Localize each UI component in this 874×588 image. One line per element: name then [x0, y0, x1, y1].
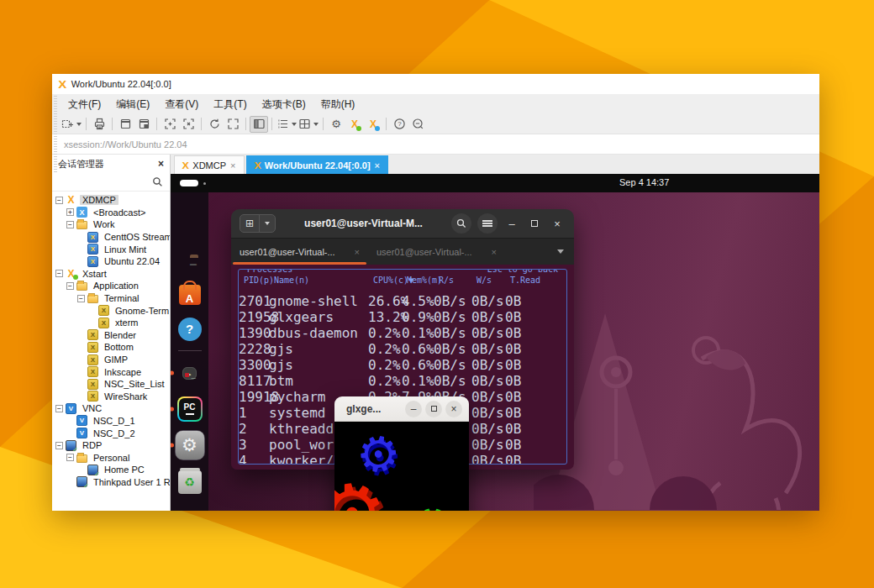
- layout-grid-button[interactable]: [297, 116, 319, 133]
- address-bar[interactable]: xsession://Work/Ubuntu 22.04: [52, 134, 819, 155]
- fit-screen-button[interactable]: [179, 116, 197, 133]
- column-header-3[interactable]: Mem%(m): [407, 276, 439, 285]
- close-button[interactable]: ×: [549, 215, 566, 232]
- new-tab-dropdown-icon[interactable]: [259, 215, 275, 232]
- session-tab-0[interactable]: XXDMCP×: [174, 155, 245, 174]
- tab-close-icon[interactable]: ×: [492, 247, 497, 257]
- list-view-button[interactable]: [276, 116, 297, 133]
- clock[interactable]: Sep 4 14:37: [619, 177, 669, 187]
- dock-item-firefox[interactable]: [175, 206, 205, 236]
- tree-item-xstart[interactable]: −XXstart: [52, 268, 170, 281]
- tree-item-gimp[interactable]: −XGIMP: [52, 354, 170, 366]
- zoom-out-button[interactable]: [408, 116, 427, 133]
- process-row[interactable]: 1390dbus-daemon0.2%0.1%0B/s0B/s0B: [239, 325, 566, 341]
- dock-item-ubuntu-software[interactable]: A: [175, 278, 205, 308]
- tree-item-wireshark[interactable]: −XWireShark: [52, 391, 170, 403]
- menu-item-3[interactable]: 工具(T): [206, 95, 254, 114]
- help-button[interactable]: ?: [390, 116, 408, 133]
- terminal-tab-0[interactable]: user01@user-Virtual-...×: [231, 239, 368, 265]
- menu-item-0[interactable]: 文件(F): [61, 95, 108, 114]
- column-header-1[interactable]: Name(n): [274, 276, 373, 285]
- tree-item-work[interactable]: −Work: [52, 218, 170, 231]
- new-session-button[interactable]: [61, 116, 82, 133]
- process-row[interactable]: 2701gnome-shell26.6%4.5%0B/s0B/s0B: [239, 293, 566, 309]
- tab-close-icon[interactable]: ×: [355, 247, 360, 257]
- tab-list-caret-icon[interactable]: [557, 249, 564, 254]
- terminal-tab-1[interactable]: user01@user-Virtual-...×: [368, 239, 505, 265]
- expander-icon[interactable]: −: [66, 221, 74, 228]
- tree-item-nsc-d-2[interactable]: −VNSC_D_2: [52, 427, 170, 439]
- sidebar-toggle-button[interactable]: [250, 116, 268, 133]
- gnome-top-bar[interactable]: Sep 4 14:37: [171, 174, 819, 192]
- refresh-button[interactable]: [205, 116, 224, 133]
- dock-item-pycharm[interactable]: PC: [175, 394, 205, 424]
- session-tab-1[interactable]: XWork/Ubuntu 22.04[:0.0]×: [246, 155, 389, 174]
- expander-icon[interactable]: −: [66, 282, 74, 290]
- process-row[interactable]: 3300gjs0.2%0.6%0B/s0B/s0B: [239, 357, 566, 373]
- minimize-button[interactable]: –: [503, 215, 520, 232]
- process-row[interactable]: 2228gjs0.2%0.6%0B/s0B/s0B: [239, 341, 566, 357]
- column-header-0[interactable]: PID(p): [244, 276, 274, 285]
- tree-item-thinkpad-user-1-rdp[interactable]: −Thinkpad User 1 RDP: [52, 476, 170, 489]
- tree-item-nsc-site-list[interactable]: −XNSC_Site_List: [52, 378, 170, 391]
- tree-item-xdmcp[interactable]: −XXDMCP: [52, 194, 170, 207]
- expander-icon[interactable]: −: [55, 270, 63, 277]
- process-row[interactable]: 8117btm0.2%0.1%0B/s0B/s0B: [239, 373, 566, 389]
- menu-item-1[interactable]: 编辑(E): [108, 95, 157, 114]
- tab-close-icon[interactable]: ×: [230, 160, 235, 171]
- expander-icon[interactable]: −: [55, 197, 63, 204]
- fullscreen-button[interactable]: [224, 116, 242, 133]
- dock-item-trash[interactable]: ♻: [175, 466, 205, 496]
- dock-item-files[interactable]: [175, 242, 205, 272]
- fit-window-button[interactable]: [161, 116, 179, 133]
- tree-item-personal[interactable]: −Personal: [52, 451, 170, 464]
- tree-item--broadcast-[interactable]: +X<Broadcast>: [52, 207, 170, 219]
- tree-item-application[interactable]: −Application: [52, 280, 170, 292]
- column-header-4[interactable]: R/s: [439, 276, 476, 285]
- xconfig-green-button[interactable]: X: [345, 116, 364, 133]
- tree-item-vnc[interactable]: −VVNC: [52, 402, 170, 415]
- tree-item-terminal[interactable]: −Terminal: [52, 292, 170, 305]
- dock-item-help[interactable]: ?: [175, 314, 205, 344]
- glxgears-window[interactable]: glxge... – × ⚙ ⚙ ⚙: [334, 396, 469, 511]
- settings-gear-button[interactable]: ⚙: [327, 116, 345, 133]
- tree-item-xterm[interactable]: −Xxterm: [52, 317, 170, 329]
- maximize-button[interactable]: [526, 215, 543, 232]
- tree-item-gnome-term[interactable]: −XGnome-Term: [52, 304, 170, 317]
- expander-icon[interactable]: +: [66, 208, 74, 216]
- tree-item-inkscape[interactable]: −XInkscape: [52, 365, 170, 378]
- menu-item-4[interactable]: 选项卡(B): [255, 95, 313, 114]
- column-header-5[interactable]: W/s: [476, 276, 510, 285]
- xconfig-blue-button[interactable]: X: [364, 116, 382, 133]
- tree-item-ubuntu-22-04[interactable]: −XUbuntu 22.04: [52, 255, 170, 268]
- process-row[interactable]: 21958glxgears13.2%0.9%0B/s0B/s0B: [239, 309, 566, 325]
- process-table-header[interactable]: PID(p)Name(n)CPU%(c)▼Mem%(m)R/sW/sT.Read: [239, 276, 566, 285]
- close-button[interactable]: ×: [445, 401, 462, 417]
- expander-icon[interactable]: −: [66, 454, 74, 461]
- window-copy-button[interactable]: [116, 116, 134, 133]
- dock-item-settings[interactable]: ⚙: [175, 430, 205, 460]
- printer-button[interactable]: [90, 116, 108, 133]
- tab-close-icon[interactable]: ×: [375, 160, 380, 171]
- minimize-button[interactable]: –: [405, 401, 422, 417]
- tree-item-centtos-stream-8[interactable]: −XCenttOS Stream 8: [52, 231, 170, 244]
- window-paste-button[interactable]: [134, 116, 153, 133]
- terminal-menu-button[interactable]: [477, 213, 498, 234]
- remote-desktop-view[interactable]: Sep 4 14:37 A?>_PC⚙♻ ⊞ user01@user-Virtu…: [171, 174, 819, 511]
- menu-item-5[interactable]: 帮助(H): [313, 95, 363, 114]
- menu-item-2[interactable]: 查看(V): [157, 95, 206, 114]
- column-header-2[interactable]: CPU%(c)▼: [373, 276, 407, 285]
- expander-icon[interactable]: −: [77, 295, 85, 302]
- sidebar-close-icon[interactable]: ×: [158, 158, 164, 170]
- tree-item-nsc-d-1[interactable]: −VNSC_D_1: [52, 415, 170, 428]
- tree-item-blender[interactable]: −XBlender: [52, 329, 170, 342]
- tree-item-home-pc[interactable]: −Home PC: [52, 464, 170, 476]
- column-header-6[interactable]: T.Read: [510, 276, 566, 285]
- tree-item-rdp[interactable]: −RDP: [52, 439, 170, 452]
- tree-item-bottom[interactable]: −XBottom: [52, 341, 170, 354]
- new-tab-button[interactable]: ⊞: [240, 214, 276, 233]
- expander-icon[interactable]: −: [55, 442, 63, 449]
- sidebar-search[interactable]: [52, 173, 170, 192]
- terminal-search-button[interactable]: [451, 213, 471, 234]
- maximize-button[interactable]: [425, 401, 442, 417]
